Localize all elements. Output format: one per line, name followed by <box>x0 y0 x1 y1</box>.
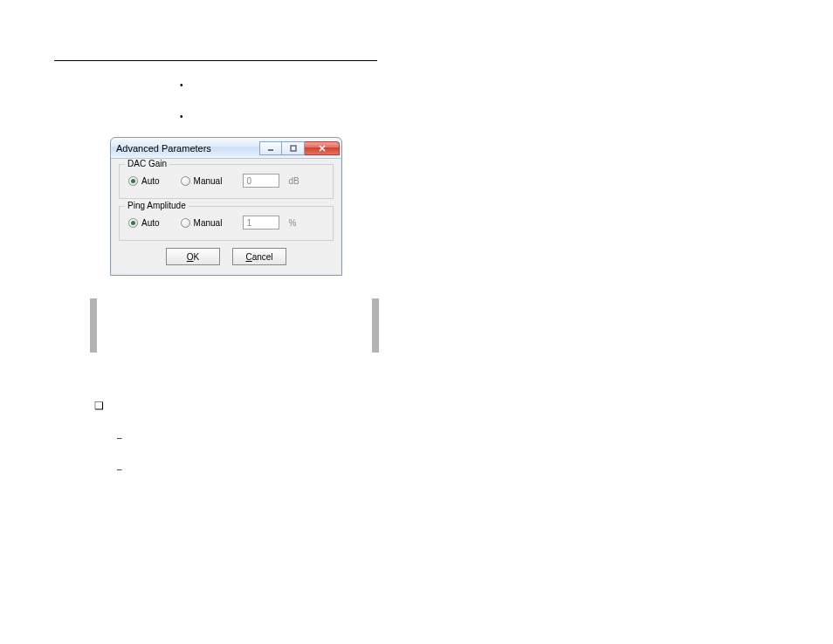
square-bullet: ❑ <box>94 400 104 412</box>
ping-amplitude-group: Ping Amplitude Auto Manual 1 % <box>119 206 334 241</box>
dac-gain-legend: DAC Gain <box>125 159 169 168</box>
radio-label: Manual <box>194 176 223 186</box>
bullet: • <box>180 80 183 90</box>
dac-gain-unit: dB <box>288 176 299 186</box>
ping-amplitude-manual-radio[interactable]: Manual <box>181 218 223 228</box>
gray-bar <box>372 298 379 353</box>
radio-icon <box>128 218 138 228</box>
ping-amplitude-legend: Ping Amplitude <box>125 201 189 210</box>
advanced-parameters-dialog: Advanced Parameters DAC Gain Auto <box>110 137 342 276</box>
dac-gain-group: DAC Gain Auto Manual 0 dB <box>119 164 334 199</box>
ping-amplitude-auto-radio[interactable]: Auto <box>128 218 160 228</box>
svg-rect-1 <box>291 146 296 151</box>
minimize-button[interactable] <box>259 141 282 155</box>
cancel-button[interactable]: Cancel <box>232 248 286 265</box>
close-button[interactable] <box>305 141 340 155</box>
ok-button[interactable]: OK <box>166 248 220 265</box>
dash-bullet: – <box>117 433 122 442</box>
radio-label: Manual <box>194 218 223 228</box>
dac-gain-auto-radio[interactable]: Auto <box>128 176 160 186</box>
gray-bar <box>90 298 97 353</box>
ping-amplitude-input[interactable]: 1 <box>243 216 279 230</box>
radio-icon <box>181 176 190 186</box>
page-rule <box>54 60 377 61</box>
maximize-button[interactable] <box>282 141 305 155</box>
bullet: • <box>180 112 183 121</box>
radio-icon <box>181 218 190 228</box>
dac-gain-manual-radio[interactable]: Manual <box>181 176 223 186</box>
radio-label: Auto <box>141 218 160 228</box>
radio-icon <box>128 176 138 186</box>
dac-gain-input[interactable]: 0 <box>243 174 279 188</box>
dialog-body: DAC Gain Auto Manual 0 dB Ping Amplitude <box>111 159 341 275</box>
ping-amplitude-unit: % <box>288 218 296 228</box>
radio-label: Auto <box>141 176 160 186</box>
dialog-titlebar[interactable]: Advanced Parameters <box>111 138 341 159</box>
dialog-title: Advanced Parameters <box>116 143 259 154</box>
dash-bullet: – <box>117 464 122 474</box>
